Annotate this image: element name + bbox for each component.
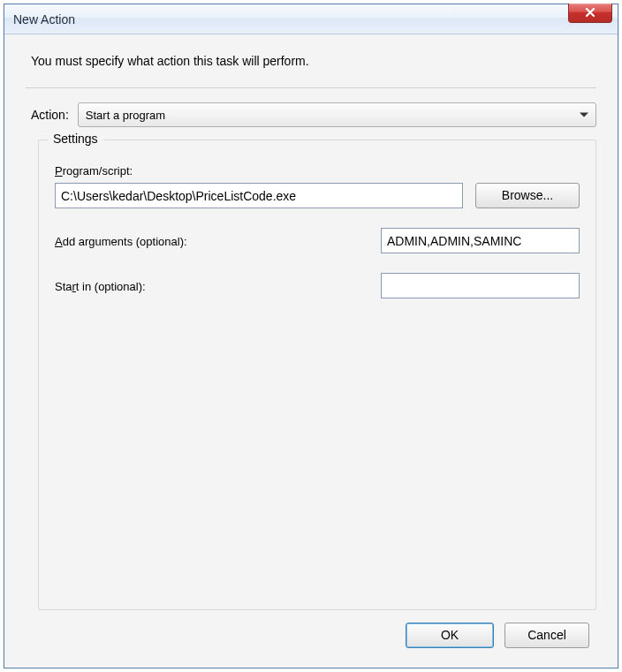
program-row: Browse...	[55, 183, 580, 208]
arguments-label: Add arguments (optional):	[55, 234, 381, 248]
chevron-down-icon	[580, 113, 588, 117]
instruction-text: You must specify what action this task w…	[26, 49, 596, 79]
program-label-accel: P	[55, 164, 63, 177]
close-button[interactable]	[568, 4, 612, 23]
browse-button[interactable]: Browse...	[475, 183, 580, 208]
cancel-button[interactable]: Cancel	[504, 623, 589, 648]
startin-label: Start in (optional):	[55, 279, 381, 293]
settings-legend: Settings	[48, 132, 103, 146]
action-label: Action:	[31, 108, 69, 122]
arguments-label-accel: A	[55, 235, 63, 248]
arguments-label-rest: dd arguments (optional):	[63, 235, 187, 248]
program-label-rest: rogram/script:	[63, 164, 133, 177]
startin-input[interactable]	[381, 273, 580, 298]
startin-label-pre: Sta	[55, 280, 72, 293]
program-input[interactable]	[55, 183, 463, 208]
titlebar: New Action	[4, 4, 618, 34]
button-bar: OK Cancel	[26, 610, 596, 653]
startin-label-post: t in (optional):	[76, 280, 146, 293]
window-title: New Action	[13, 12, 75, 26]
program-label: Program/script:	[55, 163, 580, 177]
startin-row: Start in (optional):	[55, 273, 580, 298]
dialog-content: You must specify what action this task w…	[4, 34, 618, 668]
arguments-input[interactable]	[381, 228, 580, 253]
program-field-group: Program/script: Browse...	[55, 163, 580, 208]
new-action-dialog: New Action You must specify what action …	[4, 4, 618, 668]
settings-group: Settings Program/script: Browse... Add a…	[38, 140, 596, 610]
ok-button[interactable]: OK	[406, 623, 494, 648]
action-dropdown[interactable]: Start a program	[78, 102, 596, 127]
divider	[26, 87, 596, 88]
close-icon	[585, 8, 595, 18]
action-row: Action: Start a program	[26, 102, 596, 127]
arguments-row: Add arguments (optional):	[55, 228, 580, 253]
action-dropdown-value: Start a program	[86, 109, 165, 122]
